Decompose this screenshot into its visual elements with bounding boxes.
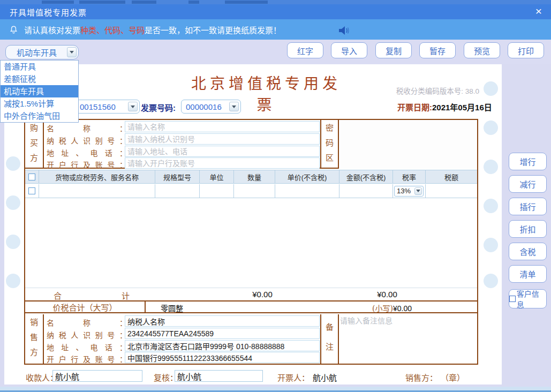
payee-input[interactable] bbox=[52, 370, 142, 382]
decorative-dot bbox=[6, 235, 20, 249]
buyer-address-label: 地址、电话： bbox=[47, 147, 127, 158]
seller-name-label: 名称： bbox=[47, 317, 127, 328]
discount-button[interactable]: 折扣 bbox=[509, 220, 547, 238]
bell-icon bbox=[9, 25, 19, 35]
speaker-icon[interactable] bbox=[337, 25, 350, 36]
item-price-cell[interactable] bbox=[275, 184, 339, 198]
seller-bank-input[interactable] bbox=[125, 352, 320, 363]
item-tax-cell[interactable] bbox=[426, 184, 477, 198]
add-row-button[interactable]: 增行 bbox=[509, 153, 547, 170]
notice-bar: 请认真核对发票种类、代码、号码是否一致，如不一致请更换纸质发票！ bbox=[0, 19, 551, 40]
mode-option-motor-vehicle[interactable]: 机动车开具 bbox=[1, 85, 78, 97]
items-table-row: 13% bbox=[25, 184, 477, 198]
decorative-dot bbox=[484, 274, 498, 288]
buyer-address-input[interactable] bbox=[125, 146, 320, 157]
col-tax: 税额 bbox=[426, 170, 477, 183]
seller-address-input[interactable] bbox=[125, 340, 320, 351]
list-button[interactable]: 清单 bbox=[509, 265, 547, 283]
items-table-header: 货物或应税劳务、服务名称 规格型号 单位 数量 单价(不含税) 金额(不含税) … bbox=[25, 170, 477, 184]
buyer-name-label: 名称： bbox=[47, 123, 127, 133]
tax-included-button[interactable]: 含税 bbox=[509, 243, 547, 260]
item-name-cell[interactable] bbox=[39, 184, 155, 198]
password-area bbox=[339, 120, 477, 169]
decorative-dot bbox=[484, 81, 498, 96]
tax-code-version: 税收分类编码版本号: 38.0 bbox=[378, 85, 479, 96]
close-icon[interactable]: × bbox=[532, 5, 546, 18]
select-all-checkbox[interactable] bbox=[28, 174, 35, 180]
chevron-down-icon[interactable] bbox=[128, 102, 138, 111]
col-unit-price: 单价(不含税) bbox=[275, 170, 339, 183]
grand-total-words: 零圆整 bbox=[161, 303, 183, 313]
buyer-section-label: 购买方 bbox=[28, 120, 39, 169]
drawer-label: 开票人： bbox=[277, 372, 310, 383]
remark-label: 备注 bbox=[323, 314, 335, 364]
background-window-bottom bbox=[0, 387, 551, 392]
invoice-mode-dropdown: 普通开具 差额征税 机动车开具 减按1.5%计算 中外合作油气田 bbox=[0, 60, 79, 123]
seller-bank-label: 开户行及账号： bbox=[47, 353, 127, 364]
invoice-number-select[interactable]: 00000016 bbox=[181, 100, 241, 114]
dialog-title: 开具增值税专用发票 bbox=[10, 6, 87, 18]
mode-option-reduced-rate[interactable]: 减按1.5%计算 bbox=[1, 97, 78, 110]
decorative-dot bbox=[6, 195, 20, 210]
mode-option-joint-oilfield[interactable]: 中外合作油气田 bbox=[1, 110, 78, 122]
decorative-dot bbox=[6, 274, 20, 288]
mode-option-difference-tax[interactable]: 差额征税 bbox=[1, 73, 78, 85]
col-item-name: 货物或应税劳务、服务名称 bbox=[39, 170, 155, 183]
copy-button[interactable]: 复制 bbox=[375, 42, 412, 58]
remove-row-button[interactable]: 减行 bbox=[509, 175, 547, 193]
import-button[interactable]: 导入 bbox=[331, 42, 367, 58]
chevron-down-icon[interactable] bbox=[229, 102, 239, 111]
invoice-body: 购买方 名称： 纳税人识别号： 地址、电话： 开户行及账号： 密码区 货物或应税… bbox=[24, 119, 478, 365]
dialog-titlebar: 开具增值税专用发票 bbox=[0, 4, 551, 19]
chevron-down-icon[interactable] bbox=[67, 47, 77, 57]
grand-total-label: 价税合计（大写） bbox=[25, 301, 146, 312]
save-draft-button[interactable]: 暂存 bbox=[419, 42, 456, 58]
decorative-dot bbox=[484, 199, 498, 213]
customer-info-button[interactable]: 客户信息 bbox=[509, 289, 547, 308]
buyer-bank-input[interactable] bbox=[125, 157, 320, 169]
grand-total-small: (小写)¥0.00 bbox=[372, 303, 412, 313]
drawer-value: 航小航 bbox=[313, 372, 337, 383]
notice-text: 请认真核对发票种类、代码、号码是否一致，如不一致请更换纸质发票！ bbox=[24, 24, 281, 35]
preview-button[interactable]: 预览 bbox=[464, 42, 500, 58]
item-qty-cell[interactable] bbox=[234, 184, 275, 198]
seller-seal-label: 销售方： bbox=[405, 372, 437, 383]
seal-value: （章） bbox=[441, 372, 465, 383]
grand-total-row: 价税合计（大写） 零圆整 (小写)¥0.00 bbox=[25, 300, 477, 313]
col-amount: 金额(不含税) bbox=[339, 170, 393, 183]
seller-taxid-input[interactable] bbox=[125, 328, 320, 339]
password-area-label: 密码区 bbox=[323, 120, 335, 169]
red-letter-button[interactable]: 红字 bbox=[287, 42, 323, 58]
print-button[interactable]: 打印 bbox=[508, 42, 544, 58]
row-checkbox[interactable] bbox=[28, 187, 35, 194]
totals-label: 合计 bbox=[54, 290, 130, 301]
seller-name-input[interactable] bbox=[125, 315, 320, 327]
total-tax: ¥0.00 bbox=[363, 290, 411, 299]
insert-row-button[interactable]: 插行 bbox=[509, 198, 547, 215]
buyer-taxid-input[interactable] bbox=[125, 133, 320, 145]
tax-rate-select[interactable]: 13% bbox=[394, 186, 424, 197]
tax-rate-value: 13% bbox=[395, 187, 411, 195]
item-amount-cell[interactable] bbox=[339, 184, 393, 198]
chevron-down-icon[interactable] bbox=[414, 187, 422, 195]
buyer-section: 购买方 名称： 纳税人识别号： 地址、电话： 开户行及账号： 密码区 bbox=[25, 120, 477, 169]
decorative-dot bbox=[484, 120, 498, 135]
customer-info-checkbox[interactable] bbox=[509, 296, 516, 302]
invoice-mode-select[interactable]: 机动车开具 bbox=[5, 45, 79, 59]
col-unit: 单位 bbox=[200, 170, 234, 183]
invoice-date: 开票日期:2021年05月16日 bbox=[397, 101, 492, 112]
buyer-name-input[interactable] bbox=[125, 121, 320, 132]
seller-section-label: 销售方 bbox=[28, 314, 39, 364]
item-spec-cell[interactable] bbox=[155, 184, 200, 198]
invoice-number-value: 00000016 bbox=[182, 102, 222, 111]
item-unit-cell[interactable] bbox=[200, 184, 234, 198]
background-window-strip bbox=[0, 0, 551, 4]
remark-textarea[interactable] bbox=[340, 315, 477, 363]
col-tax-rate: 税率 bbox=[393, 170, 426, 183]
invoice-mode-value: 机动车开具 bbox=[17, 47, 57, 58]
totals-row: 合计 ¥0.00 ¥0.00 bbox=[25, 288, 477, 300]
mode-option-normal[interactable]: 普通开具 bbox=[1, 61, 78, 73]
buyer-bank-label: 开户行及账号： bbox=[47, 159, 127, 170]
reviewer-input[interactable] bbox=[175, 370, 263, 382]
decorative-dot bbox=[484, 238, 498, 252]
